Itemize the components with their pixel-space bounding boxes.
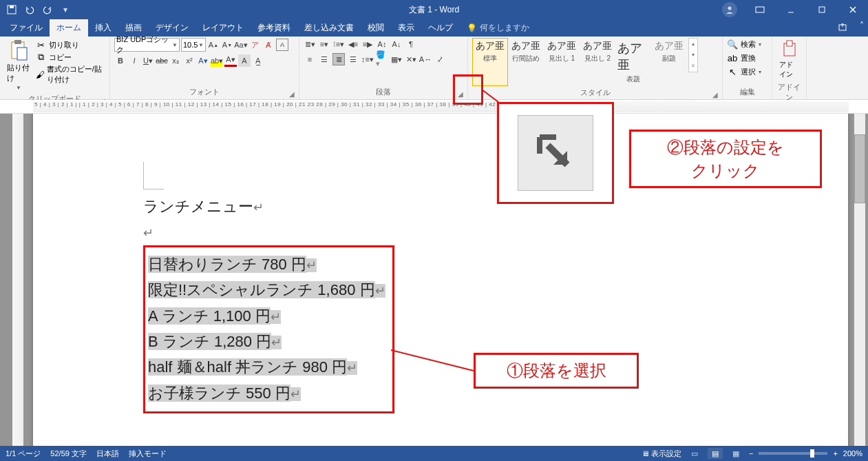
style-gallery[interactable]: あア亜標準 あア亜行間詰め あア亜見出し 1 あア亜見出し 2 あア亜表題 あア… <box>472 38 687 86</box>
styles-launcher-icon[interactable]: ◢ <box>712 91 718 99</box>
status-insertmode[interactable]: 挿入モード <box>129 449 167 459</box>
ribbon-display-icon[interactable] <box>744 0 775 19</box>
style-subtitle[interactable]: あア亜副題 <box>651 38 687 86</box>
borders-icon[interactable]: ▦▾ <box>390 53 403 65</box>
addins-button[interactable]: アドイン <box>776 38 802 81</box>
clear-format-icon[interactable]: A̸ <box>262 39 275 51</box>
change-case-icon[interactable]: Aa▾ <box>235 39 247 51</box>
font-size-combo[interactable]: 10.5▼ <box>181 38 206 52</box>
asian-layout-icon[interactable]: ✕▾ <box>405 53 417 65</box>
tab-layout[interactable]: レイアウト <box>195 19 251 37</box>
copy-button[interactable]: ⧉コピー <box>36 52 105 63</box>
enclose-char-icon[interactable]: A <box>276 39 288 51</box>
superscript-icon[interactable]: x² <box>183 54 195 67</box>
bullet-list-icon[interactable]: ≣▾ <box>304 38 316 50</box>
font-launcher-icon[interactable]: ◢ <box>289 90 295 98</box>
highlight-icon[interactable]: ab▾ <box>211 54 223 67</box>
text-direction-icon[interactable]: A↕ <box>376 38 388 50</box>
doc-line[interactable]: 日替わりランチ 780 円↵ <box>148 252 385 277</box>
ruler-vertical[interactable] <box>12 114 23 446</box>
zoom-out-icon[interactable]: − <box>749 449 753 458</box>
doc-line[interactable]: お子様ランチ 550 円↵ <box>148 380 385 406</box>
tab-references[interactable]: 参考資料 <box>251 19 297 37</box>
doc-line[interactable]: A ランチ 1,100 円↵ <box>148 303 385 329</box>
tab-home[interactable]: ホーム <box>50 19 88 37</box>
tab-mailings[interactable]: 差し込み文書 <box>297 19 361 37</box>
phonetic-guide-icon[interactable]: ア <box>248 39 261 51</box>
align-left-icon[interactable]: ≡ <box>304 53 316 65</box>
zoom-slider[interactable] <box>759 452 827 455</box>
share-icon[interactable] <box>838 22 847 32</box>
char-scaling-icon[interactable]: A↔ <box>419 53 432 65</box>
doc-empty-line[interactable]: ↵ <box>143 219 394 245</box>
qat-customize-icon[interactable]: ▾ <box>58 2 73 17</box>
minimize-icon[interactable] <box>775 0 806 19</box>
strike-icon[interactable]: abc <box>156 54 168 67</box>
style-scroll[interactable]: ▴▾≡ <box>688 38 698 72</box>
doc-line[interactable]: half 麺＆half 丼ランチ 980 円↵ <box>148 354 385 380</box>
align-center-icon[interactable]: ☰ <box>318 53 330 65</box>
grow-font-icon[interactable]: A▲ <box>207 39 220 51</box>
doc-line[interactable]: 限定!!スペシャルランチ 1,680 円↵ <box>148 277 385 303</box>
subscript-icon[interactable]: x₂ <box>169 54 182 67</box>
sort-icon[interactable]: A↓ <box>390 38 403 50</box>
cut-button[interactable]: ✂切り取り <box>36 39 105 50</box>
shading-icon[interactable]: 🪣▾ <box>376 53 388 65</box>
display-settings-button[interactable]: 🖥 表示設定 <box>642 449 681 459</box>
shrink-font-icon[interactable]: A▼ <box>221 39 233 51</box>
close-icon[interactable] <box>837 0 868 19</box>
select-button[interactable]: ↖選択▾ <box>727 65 761 78</box>
line-spacing-icon[interactable]: ↕≡▾ <box>361 53 374 65</box>
scrollbar-vertical[interactable] <box>854 114 865 446</box>
bold-icon[interactable]: B <box>114 54 127 67</box>
view-print-icon[interactable]: ▤ <box>708 448 723 459</box>
font-name-combo[interactable]: BIZ UDPゴシック▼ <box>114 38 180 52</box>
view-web-icon[interactable]: ▦ <box>728 448 743 459</box>
status-page[interactable]: 1/1 ページ <box>6 449 41 459</box>
maximize-icon[interactable] <box>806 0 837 19</box>
tab-review[interactable]: 校閲 <box>361 19 391 37</box>
format-painter-button[interactable]: 🖌書式のコピー/貼り付け <box>36 64 105 85</box>
underline-icon[interactable]: U▾ <box>142 54 154 67</box>
tell-me-search[interactable]: 💡 何をしますか <box>460 19 536 37</box>
char-border-icon[interactable]: A̲ <box>252 54 264 67</box>
increase-indent-icon[interactable]: ≡▶ <box>361 38 374 50</box>
style-heading1[interactable]: あア亜見出し 1 <box>544 38 580 86</box>
redo-icon[interactable] <box>40 2 55 17</box>
style-nospacing[interactable]: あア亜行間詰め <box>508 38 544 86</box>
doc-line[interactable]: B ランチ 1,280 円↵ <box>148 329 385 354</box>
tab-file[interactable]: ファイル <box>3 19 50 37</box>
doc-title-line[interactable]: ランチメニュー↵ <box>143 194 394 219</box>
align-justify-icon[interactable]: ≣ <box>332 53 345 65</box>
view-read-icon[interactable]: ▭ <box>687 448 702 459</box>
status-wordcount[interactable]: 52/59 文字 <box>50 449 87 459</box>
show-marks-icon[interactable]: ¶ <box>405 38 417 50</box>
account-avatar[interactable] <box>722 2 737 17</box>
ruler-horizontal[interactable]: 5 | 4 | 3 | 2 | 1 | | 1 | 2 | 3 | 4 | 5 … <box>33 101 849 112</box>
save-icon[interactable] <box>4 2 19 17</box>
tab-insert[interactable]: 挿入 <box>88 19 118 37</box>
decrease-indent-icon[interactable]: ◀≡ <box>347 38 359 50</box>
zoom-in-icon[interactable]: + <box>833 449 837 458</box>
paragraph-launcher-icon[interactable]: ◢ <box>458 90 463 98</box>
zoom-level[interactable]: 200% <box>843 449 862 458</box>
char-shading-icon[interactable]: A <box>238 54 251 67</box>
replace-button[interactable]: ab置換 <box>727 52 756 64</box>
find-button[interactable]: 🔍検索▾ <box>727 38 761 50</box>
italic-icon[interactable]: I <box>128 54 140 67</box>
scrollbar-thumb[interactable] <box>854 134 865 203</box>
align-distribute-icon[interactable]: ☰ <box>347 53 359 65</box>
collapse-ribbon-icon[interactable]: ˄ <box>860 21 864 30</box>
undo-icon[interactable] <box>22 2 37 17</box>
multilevel-list-icon[interactable]: ⁝≡▾ <box>332 38 345 50</box>
tab-help[interactable]: ヘルプ <box>421 19 460 37</box>
number-list-icon[interactable]: ≡▾ <box>318 38 330 50</box>
style-title[interactable]: あア亜表題 <box>615 38 651 86</box>
show-hide-icon[interactable]: ⤦ <box>434 53 446 65</box>
status-language[interactable]: 日本語 <box>96 449 119 459</box>
style-heading2[interactable]: あア亜見出し 2 <box>580 38 615 86</box>
style-normal[interactable]: あア亜標準 <box>472 38 508 86</box>
text-effects-icon[interactable]: A▾ <box>197 54 209 67</box>
tab-view[interactable]: 表示 <box>391 19 421 37</box>
paste-button[interactable]: 貼り付け ▼ <box>4 38 33 92</box>
